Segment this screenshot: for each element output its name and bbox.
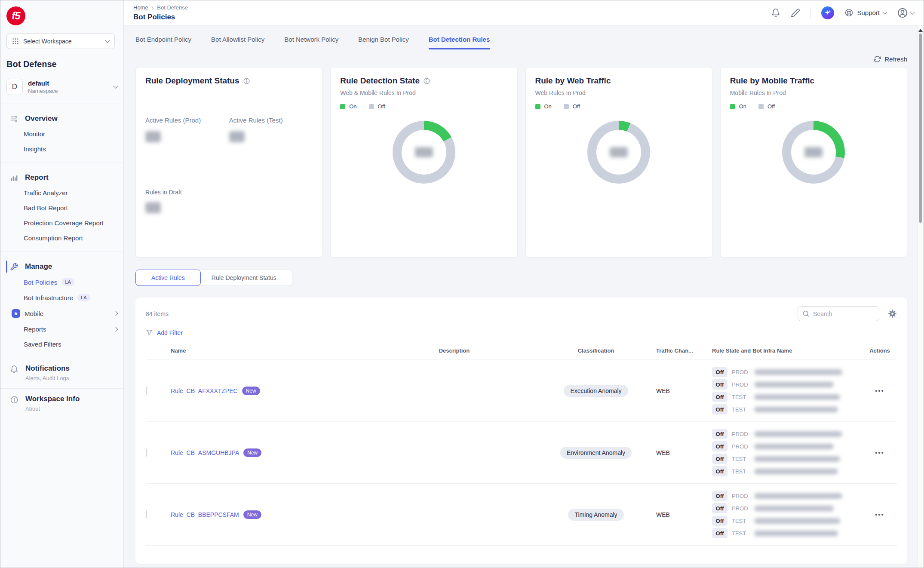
lifebuoy-icon xyxy=(844,8,853,17)
tab-bot-allowlist-policy[interactable]: Bot Allowlist Policy xyxy=(211,36,264,49)
account-menu[interactable] xyxy=(897,7,914,18)
legend-on-swatch xyxy=(340,104,345,109)
info-icon xyxy=(10,396,18,404)
sidebar-item-saved-filters[interactable]: Saved Filters xyxy=(0,337,123,352)
sidebar-item-insights[interactable]: Insights xyxy=(0,141,123,157)
support-menu[interactable]: Support xyxy=(844,8,887,17)
donut-chart-detection-state xyxy=(393,121,455,184)
sidebar-item-traffic-analyzer[interactable]: Traffic Analyzer xyxy=(0,185,123,200)
rule-name-link[interactable]: Rule_CB_ASMGUHBJPA xyxy=(171,449,239,456)
sidebar-item-label: Traffic Analyzer xyxy=(24,189,68,196)
sparkle-icon xyxy=(824,9,831,16)
card-subtitle: Web Rules In Prod xyxy=(535,89,703,96)
classification-pill: Environment Anomaly xyxy=(560,447,632,459)
page-title: Bot Policies xyxy=(133,13,188,21)
filter-funnel-icon xyxy=(146,329,153,336)
row-actions-button[interactable]: ••• xyxy=(875,511,884,518)
row-checkbox[interactable] xyxy=(146,387,147,395)
redacted-infra-name xyxy=(754,407,838,412)
redacted-infra-name xyxy=(754,456,840,462)
sidebar-item-label: Bot Infrastructure xyxy=(24,294,73,301)
row-actions-button[interactable]: ••• xyxy=(875,449,884,456)
notifications-bell-button[interactable] xyxy=(771,8,780,18)
rule-name-link[interactable]: Rule_CB_AFXXXTZPEC xyxy=(171,387,238,394)
new-badge: New xyxy=(243,510,261,519)
wrench-icon xyxy=(10,263,18,271)
card-title: Rule Detection State xyxy=(340,76,420,86)
sidebar-item-bot-policies[interactable]: Bot Policies LA xyxy=(0,274,123,290)
sidebar-item-consumption-report[interactable]: Consumption Report xyxy=(0,230,123,246)
row-actions-button[interactable]: ••• xyxy=(875,387,884,394)
view-toggle: Active Rules Rule Deployment Status xyxy=(135,270,907,286)
sidebar-item-bot-infrastructure[interactable]: Bot Infrastructure LA xyxy=(0,290,123,305)
table-settings-button[interactable] xyxy=(888,309,897,318)
chevron-down-icon xyxy=(882,9,887,14)
rule-name-link[interactable]: Rule_CB_BBEPPCSFAM xyxy=(171,511,239,518)
card-title: Rule by Mobile Traffic xyxy=(730,76,814,86)
legend-off-swatch xyxy=(564,104,569,109)
toggle-rule-deployment-status[interactable]: Rule Deployment Status xyxy=(198,270,292,286)
vertical-scrollbar[interactable] xyxy=(917,25,923,567)
sidebar-item-reports[interactable]: Reports xyxy=(0,322,123,337)
breadcrumb-home-link[interactable]: Home xyxy=(133,4,148,11)
state-pill: Off xyxy=(712,367,728,377)
redacted-value xyxy=(610,147,628,157)
column-name: Name xyxy=(171,347,373,354)
new-badge: New xyxy=(243,448,261,457)
add-filter-button[interactable]: Add Filter xyxy=(146,329,183,336)
f5-logo[interactable]: f5 xyxy=(6,6,25,25)
toggle-active-rules[interactable]: Active Rules xyxy=(135,270,201,286)
tab-bot-endpoint-policy[interactable]: Bot Endpoint Policy xyxy=(135,36,191,49)
sidebar-item-bad-bot-report[interactable]: Bad Bot Report xyxy=(0,200,123,215)
sidebar-item-manage[interactable]: Manage xyxy=(0,259,123,274)
redacted-infra-name xyxy=(754,518,840,524)
scrollbar-thumb[interactable] xyxy=(919,34,922,223)
state-pill: Off xyxy=(712,503,728,513)
sidebar-item-label: Mobile xyxy=(25,310,43,317)
info-icon[interactable] xyxy=(423,77,430,85)
rules-in-draft-link[interactable]: Rules in Draft xyxy=(145,189,182,196)
sidebar-item-label: Bad Bot Report xyxy=(24,204,68,212)
theme-brush-button[interactable] xyxy=(791,8,800,18)
sidebar-item-mobile[interactable]: ★ Mobile xyxy=(0,305,123,322)
bell-icon xyxy=(10,365,18,374)
tab-bot-network-policy[interactable]: Bot Network Policy xyxy=(284,36,338,49)
row-checkbox[interactable] xyxy=(146,448,147,457)
sidebar-item-protection-coverage-report[interactable]: Protection Coverage Report xyxy=(0,215,123,230)
gear-icon xyxy=(888,309,897,318)
search-input[interactable] xyxy=(813,310,865,317)
sidebar-item-notifications[interactable]: Notifications Alerts, Audit Logs xyxy=(0,358,123,388)
sidebar-item-report[interactable]: Report xyxy=(0,170,123,185)
redacted-value xyxy=(145,131,161,142)
tab-benign-bot-policy[interactable]: Benign Bot Policy xyxy=(358,36,409,49)
legend-off-label: Off xyxy=(378,103,385,110)
legend: On Off xyxy=(535,103,703,110)
card-title: Rule Deployment Status xyxy=(145,76,239,86)
la-badge: LA xyxy=(61,278,74,286)
refresh-button[interactable]: Refresh xyxy=(874,55,907,63)
classification-pill: Execution Anomaly xyxy=(564,385,628,397)
redacted-infra-name xyxy=(754,506,834,511)
legend-on-swatch xyxy=(730,104,735,109)
namespace-selector[interactable]: D default Namespace xyxy=(6,79,117,95)
sidebar-section-overview: Overview Monitor Insights xyxy=(0,104,123,163)
sidebar-item-monitor[interactable]: Monitor xyxy=(0,126,123,141)
sidebar-item-workspace-info[interactable]: Workspace Info About xyxy=(0,388,123,419)
column-actions: Actions xyxy=(863,347,897,354)
namespace-type: Namespace xyxy=(28,88,58,94)
donut-chart-web-traffic xyxy=(587,121,650,184)
card-rule-by-mobile-traffic: Rule by Mobile Traffic Mobile Rules In P… xyxy=(720,67,907,258)
redacted-infra-name xyxy=(754,394,840,400)
legend-off-swatch xyxy=(369,104,374,109)
info-icon[interactable] xyxy=(243,77,250,85)
main-area: Home › Bot Defense Bot Policies xyxy=(124,0,924,568)
tab-bot-detection-rules[interactable]: Bot Detection Rules xyxy=(429,36,490,49)
workspace-selector[interactable]: Select Workspace xyxy=(6,33,115,49)
ai-assistant-button[interactable] xyxy=(821,6,834,19)
breadcrumb-section: Bot Defense xyxy=(157,4,188,11)
table-row: Rule_CB_AFXXXTZPEC New Execution Anomaly… xyxy=(146,360,897,422)
scrollbar-up-arrow[interactable] xyxy=(918,29,923,32)
row-checkbox[interactable] xyxy=(146,510,147,519)
chevron-down-icon xyxy=(910,9,915,14)
sidebar-item-overview[interactable]: Overview xyxy=(0,111,123,126)
